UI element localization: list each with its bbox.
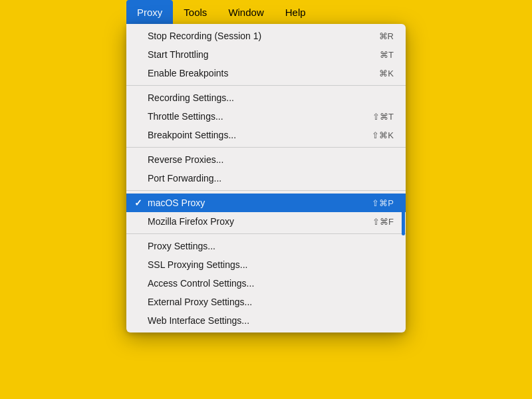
menu-item-shortcut: ⇧⌘T — [359, 112, 394, 122]
menu-item-proxy-settings[interactable]: Proxy Settings... — [126, 237, 406, 255]
menu-item-external-proxy-settings[interactable]: External Proxy Settings... — [126, 293, 406, 311]
menu-item-label: Breakpoint Settings... — [148, 130, 236, 140]
menu-item-label: SSL Proxying Settings... — [148, 259, 247, 270]
menu-item-reverse-proxies[interactable]: Reverse Proxies... — [126, 150, 406, 169]
menu-item-label: macOS Proxy — [148, 198, 205, 208]
scroll-thumb[interactable] — [402, 209, 405, 235]
menu-item-throttle-settings[interactable]: Throttle Settings... ⇧⌘T — [126, 107, 406, 126]
menu-item-shortcut: ⌘T — [366, 50, 394, 60]
menu-item-label: Reverse Proxies... — [148, 154, 223, 165]
scroll-indicator — [402, 24, 406, 332]
menu-item-shortcut: ⇧⌘K — [358, 130, 394, 140]
menu-bar: Proxy Tools Window Help — [126, 0, 317, 24]
menu-item-shortcut: ⇧⌘P — [358, 198, 394, 208]
menu-item-recording-settings[interactable]: Recording Settings... — [126, 88, 406, 107]
menu-item-access-control-settings[interactable]: Access Control Settings... — [126, 274, 406, 293]
menu-item-label: Enable Breakpoints — [148, 68, 228, 78]
separator-2 — [126, 147, 406, 148]
menu-item-label: Port Forwarding... — [148, 173, 221, 184]
proxy-dropdown-menu: Stop Recording (Session 1) ⌘R Start Thro… — [126, 24, 406, 332]
menu-tools[interactable]: Tools — [173, 0, 217, 24]
menu-item-shortcut: ⇧⌘F — [359, 217, 394, 227]
menu-item-label: Recording Settings... — [148, 92, 234, 103]
menu-help[interactable]: Help — [275, 0, 317, 24]
menu-item-enable-breakpoints[interactable]: Enable Breakpoints ⌘K — [126, 64, 406, 82]
menu-item-shortcut: ⌘K — [366, 68, 394, 78]
menu-item-label: Throttle Settings... — [148, 111, 223, 122]
menu-item-label: Start Throttling — [148, 49, 209, 60]
menu-item-label: Proxy Settings... — [148, 241, 215, 251]
menu-item-label: Access Control Settings... — [148, 278, 254, 289]
menu-item-shortcut: ⌘R — [366, 31, 394, 41]
menu-item-start-throttling[interactable]: Start Throttling ⌘T — [126, 45, 406, 64]
separator-1 — [126, 85, 406, 86]
separator-3 — [126, 190, 406, 191]
menu-item-port-forwarding[interactable]: Port Forwarding... — [126, 169, 406, 188]
menu-item-macos-proxy[interactable]: macOS Proxy ⇧⌘P — [126, 194, 406, 212]
separator-4 — [126, 233, 406, 234]
menu-item-web-interface-settings[interactable]: Web Interface Settings... — [126, 311, 406, 330]
menu-item-stop-recording[interactable]: Stop Recording (Session 1) ⌘R — [126, 27, 406, 45]
menu-item-label: External Proxy Settings... — [148, 297, 252, 307]
menu-window[interactable]: Window — [217, 0, 274, 24]
menu-proxy[interactable]: Proxy — [126, 0, 173, 24]
menu-item-ssl-proxying-settings[interactable]: SSL Proxying Settings... — [126, 255, 406, 274]
menu-item-label: Stop Recording (Session 1) — [148, 31, 261, 41]
menu-item-breakpoint-settings[interactable]: Breakpoint Settings... ⇧⌘K — [126, 126, 406, 144]
menu-item-label: Mozilla Firefox Proxy — [148, 216, 234, 227]
menu-item-firefox-proxy[interactable]: Mozilla Firefox Proxy ⇧⌘F — [126, 212, 406, 231]
menu-item-label: Web Interface Settings... — [148, 315, 249, 326]
